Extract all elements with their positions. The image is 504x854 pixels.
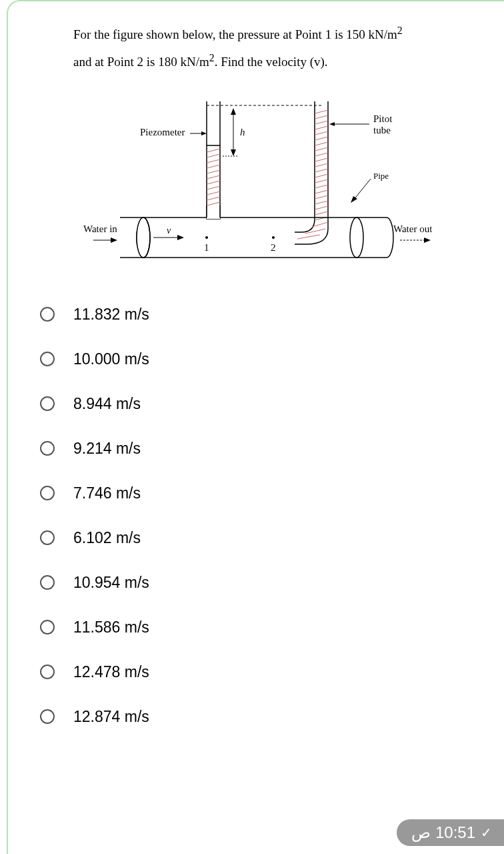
svg-line-38 bbox=[315, 169, 328, 172]
svg-line-39 bbox=[315, 174, 328, 177]
svg-line-43 bbox=[315, 195, 328, 199]
option-9[interactable]: 12.478 m/s bbox=[40, 663, 477, 681]
option-label: 10.000 m/s bbox=[73, 350, 149, 368]
svg-point-63 bbox=[205, 236, 208, 239]
svg-point-56 bbox=[350, 218, 363, 258]
radio-icon bbox=[40, 396, 55, 411]
question-line2b: . Find the velocity (v). bbox=[215, 55, 328, 69]
svg-line-50 bbox=[297, 235, 320, 239]
svg-line-44 bbox=[315, 201, 328, 204]
svg-marker-62 bbox=[177, 235, 184, 240]
option-label: 11.586 m/s bbox=[73, 618, 149, 636]
option-label: 12.874 m/s bbox=[73, 708, 149, 726]
svg-line-30 bbox=[315, 126, 328, 129]
question-sup2: 2 bbox=[209, 52, 215, 63]
radio-icon bbox=[40, 486, 55, 500]
svg-point-64 bbox=[272, 236, 275, 239]
option-10[interactable]: 12.874 m/s bbox=[40, 708, 477, 726]
question-line2: and at Point 2 is 180 kN/m bbox=[73, 55, 209, 69]
option-label: 11.832 m/s bbox=[73, 306, 149, 324]
svg-line-27 bbox=[315, 110, 328, 113]
radio-icon bbox=[40, 352, 55, 366]
svg-marker-60 bbox=[111, 238, 117, 243]
svg-line-37 bbox=[315, 163, 328, 167]
option-label: 9.214 m/s bbox=[73, 440, 141, 458]
option-3[interactable]: 8.944 m/s bbox=[40, 395, 477, 413]
option-label: 8.944 m/s bbox=[73, 395, 141, 413]
option-label: 12.478 m/s bbox=[73, 663, 149, 681]
svg-marker-23 bbox=[231, 149, 236, 156]
svg-line-36 bbox=[315, 158, 328, 161]
question-text: For the figure shown below, the pressure… bbox=[33, 20, 477, 75]
svg-line-41 bbox=[315, 185, 328, 188]
option-8[interactable]: 11.586 m/s bbox=[40, 618, 477, 636]
radio-icon bbox=[40, 307, 55, 322]
svg-marker-66 bbox=[424, 238, 431, 243]
svg-line-34 bbox=[315, 147, 328, 151]
pitot-label-2: tube bbox=[373, 125, 391, 135]
radio-icon bbox=[40, 530, 55, 545]
option-label: 6.102 m/s bbox=[73, 529, 141, 547]
option-2[interactable]: 10.000 m/s bbox=[40, 350, 477, 368]
svg-line-28 bbox=[315, 115, 328, 119]
svg-marker-26 bbox=[201, 131, 207, 135]
option-label: 10.954 m/s bbox=[73, 574, 149, 592]
svg-line-29 bbox=[315, 121, 328, 124]
h-label: h bbox=[240, 127, 245, 137]
svg-line-40 bbox=[315, 179, 328, 183]
option-label: 7.746 m/s bbox=[73, 484, 141, 502]
svg-line-45 bbox=[315, 206, 328, 209]
svg-line-32 bbox=[315, 137, 328, 140]
point2-label: 2 bbox=[271, 242, 276, 253]
svg-line-42 bbox=[315, 190, 328, 193]
radio-icon bbox=[40, 709, 55, 724]
radio-icon bbox=[40, 620, 55, 634]
pitot-label-1: Pitot bbox=[373, 113, 393, 124]
question-sup1: 2 bbox=[397, 25, 403, 36]
radio-icon bbox=[40, 441, 55, 456]
svg-marker-54 bbox=[351, 196, 357, 203]
pipe-label: Pipe bbox=[373, 171, 389, 181]
radio-icon bbox=[40, 665, 55, 679]
option-6[interactable]: 6.102 m/s bbox=[40, 529, 477, 547]
svg-line-35 bbox=[315, 153, 328, 156]
svg-line-31 bbox=[315, 131, 328, 135]
options-list: 11.832 m/s 10.000 m/s 8.944 m/s 9.214 m/… bbox=[33, 306, 477, 726]
option-7[interactable]: 10.954 m/s bbox=[40, 574, 477, 592]
svg-line-46 bbox=[315, 211, 328, 215]
check-icon: ✓ bbox=[481, 825, 492, 841]
question-line1: For the figure shown below, the pressure… bbox=[73, 27, 397, 41]
point1-label: 1 bbox=[204, 242, 209, 253]
svg-marker-22 bbox=[231, 108, 236, 115]
svg-rect-57 bbox=[137, 218, 143, 258]
option-5[interactable]: 7.746 m/s bbox=[40, 484, 477, 502]
option-1[interactable]: 11.832 m/s bbox=[40, 306, 477, 324]
option-4[interactable]: 9.214 m/s bbox=[40, 440, 477, 458]
svg-line-33 bbox=[315, 142, 328, 145]
svg-marker-52 bbox=[329, 122, 335, 126]
time-badge: ✓ 10:51 ص bbox=[397, 819, 504, 846]
v-label: v bbox=[167, 226, 171, 236]
time-text: 10:51 ص bbox=[411, 823, 475, 842]
svg-line-53 bbox=[353, 179, 371, 200]
water-in-label: Water in bbox=[83, 224, 117, 234]
pitot-figure: h Piezometer bbox=[33, 85, 477, 286]
radio-icon bbox=[40, 575, 55, 590]
svg-rect-67 bbox=[207, 205, 220, 219]
piezometer-label: Piezometer bbox=[140, 127, 185, 137]
water-out-label: Water out bbox=[393, 224, 433, 234]
